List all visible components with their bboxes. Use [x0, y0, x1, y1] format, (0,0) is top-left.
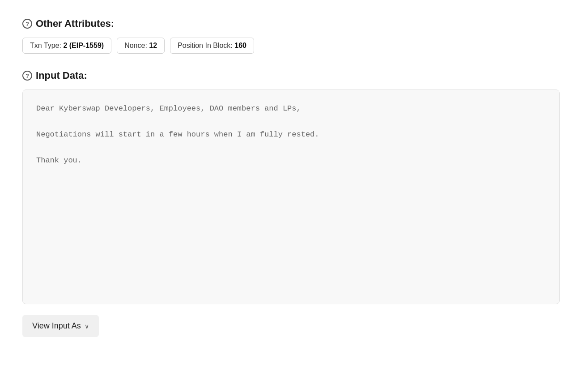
input-data-box: Dear Kyberswap Developers, Employees, DA… [22, 89, 560, 304]
badges-row: Txn Type: 2 (EIP-1559) Nonce: 12 Positio… [22, 38, 560, 54]
input-data-content: Dear Kyberswap Developers, Employees, DA… [36, 102, 546, 167]
input-data-section: ? Input Data: Dear Kyberswap Developers,… [22, 70, 560, 337]
other-attributes-help-icon[interactable]: ? [22, 19, 32, 29]
position-in-block-badge: Position In Block: 160 [170, 38, 254, 54]
other-attributes-section: ? Other Attributes: Txn Type: 2 (EIP-155… [22, 18, 560, 54]
txn-type-badge: Txn Type: 2 (EIP-1559) [22, 38, 111, 54]
input-data-help-icon[interactable]: ? [22, 71, 32, 81]
other-attributes-title: ? Other Attributes: [22, 18, 560, 30]
nonce-badge: Nonce: 12 [117, 38, 165, 54]
input-data-title: ? Input Data: [22, 70, 560, 81]
view-input-as-label: View Input As [32, 321, 81, 331]
view-input-as-button[interactable]: View Input As ∨ [22, 315, 99, 337]
chevron-down-icon: ∨ [85, 323, 89, 330]
